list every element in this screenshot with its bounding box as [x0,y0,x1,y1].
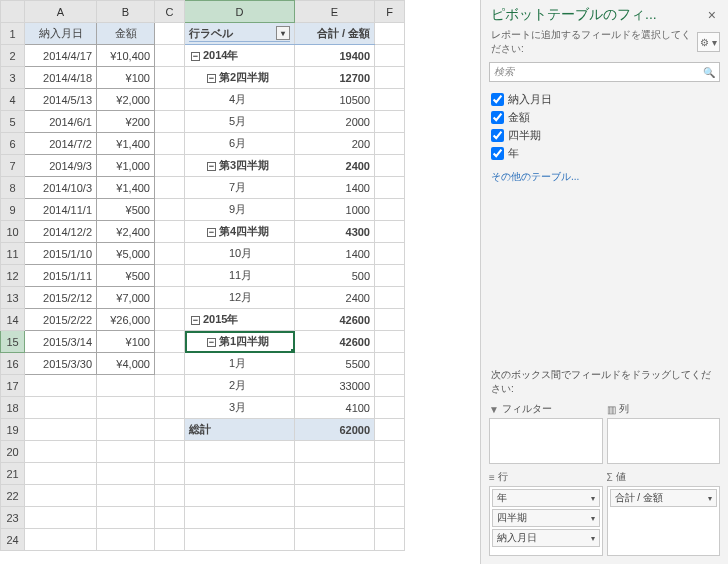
cell[interactable] [375,485,405,507]
row-header[interactable]: 8 [1,177,25,199]
pivot-cell[interactable]: 42600 [295,331,375,353]
cell[interactable]: 金額 [97,23,155,45]
cell[interactable] [155,243,185,265]
pivot-cell[interactable] [295,441,375,463]
field-item[interactable]: 納入月日 [491,90,718,108]
col-header-A[interactable]: A [25,1,97,23]
cell[interactable]: 2015/2/12 [25,287,97,309]
cell[interactable] [97,375,155,397]
cell[interactable]: ¥200 [97,111,155,133]
cell[interactable] [155,23,185,45]
field-checkbox[interactable] [491,111,504,124]
pivot-cell[interactable]: 1000 [295,199,375,221]
row-header[interactable]: 23 [1,507,25,529]
cell[interactable] [375,199,405,221]
cell[interactable]: 2014/4/18 [25,67,97,89]
collapse-icon[interactable]: − [207,228,216,237]
row-header[interactable]: 5 [1,111,25,133]
cell[interactable]: ¥2,000 [97,89,155,111]
col-header-C[interactable]: C [155,1,185,23]
area-field-item[interactable]: 納入月日▾ [492,529,600,547]
cell[interactable] [375,23,405,45]
pivot-cell[interactable]: −第4四半期 [185,221,295,243]
pivot-cell[interactable]: −第1四半期 [185,331,295,353]
cell[interactable] [155,221,185,243]
pivot-cell[interactable]: 4月 [185,89,295,111]
field-checkbox[interactable] [491,147,504,160]
pivot-cell[interactable]: 合計 / 金額 [295,23,375,45]
area-field-item[interactable]: 合計 / 金額▾ [610,489,718,507]
pivot-cell[interactable]: 10500 [295,89,375,111]
col-header-D[interactable]: D [185,1,295,23]
cell[interactable]: 2014/7/2 [25,133,97,155]
cell[interactable]: ¥26,000 [97,309,155,331]
close-icon[interactable]: × [704,7,720,23]
field-item[interactable]: 年 [491,144,718,162]
chevron-down-icon[interactable]: ▾ [708,494,712,503]
row-header[interactable]: 24 [1,529,25,551]
cell[interactable] [155,529,185,551]
cell[interactable] [25,375,97,397]
collapse-icon[interactable]: − [207,74,216,83]
pivot-cell[interactable]: 9月 [185,199,295,221]
cell[interactable]: 2015/2/22 [25,309,97,331]
row-header[interactable]: 16 [1,353,25,375]
cell[interactable]: ¥10,400 [97,45,155,67]
cell[interactable] [155,375,185,397]
pivot-cell[interactable]: 行ラベル▾ [185,23,295,45]
collapse-icon[interactable]: − [207,162,216,171]
pivot-cell[interactable]: 1400 [295,177,375,199]
row-header[interactable]: 12 [1,265,25,287]
col-header-B[interactable]: B [97,1,155,23]
cell[interactable] [97,529,155,551]
cell[interactable] [375,221,405,243]
pivot-cell[interactable]: 33000 [295,375,375,397]
cell[interactable] [375,529,405,551]
cell[interactable] [375,463,405,485]
pivot-cell[interactable]: 62000 [295,419,375,441]
cell[interactable] [375,67,405,89]
pivot-cell[interactable]: 3月 [185,397,295,419]
pivot-cell[interactable] [185,507,295,529]
cell[interactable] [97,397,155,419]
pivot-cell[interactable]: 4300 [295,221,375,243]
cell[interactable]: 2014/10/3 [25,177,97,199]
row-header[interactable]: 9 [1,199,25,221]
pivot-cell[interactable] [295,529,375,551]
cell[interactable] [375,89,405,111]
collapse-icon[interactable]: − [207,338,216,347]
cell[interactable] [155,265,185,287]
cell[interactable] [375,397,405,419]
columns-area[interactable]: ▥列 [607,400,721,464]
row-header[interactable]: 17 [1,375,25,397]
cell[interactable] [375,155,405,177]
cell[interactable] [97,419,155,441]
pivot-cell[interactable] [185,485,295,507]
cell[interactable] [375,265,405,287]
area-field-item[interactable]: 年▾ [492,489,600,507]
cell[interactable] [375,419,405,441]
col-header-E[interactable]: E [295,1,375,23]
row-header[interactable]: 7 [1,155,25,177]
field-checkbox[interactable] [491,93,504,106]
cell[interactable]: ¥500 [97,265,155,287]
row-header[interactable]: 13 [1,287,25,309]
cell[interactable] [97,485,155,507]
pivot-cell[interactable]: −第3四半期 [185,155,295,177]
cell[interactable] [155,507,185,529]
cell[interactable] [155,353,185,375]
cell[interactable]: ¥2,400 [97,221,155,243]
pivot-cell[interactable]: 2400 [295,155,375,177]
pivot-cell[interactable]: 2400 [295,287,375,309]
pivot-cell[interactable]: 1月 [185,353,295,375]
cell[interactable]: ¥1,400 [97,177,155,199]
field-search-input[interactable]: 検索 🔍 [489,62,720,82]
cell[interactable] [155,89,185,111]
row-header[interactable]: 22 [1,485,25,507]
pivot-cell[interactable] [185,463,295,485]
pivot-cell[interactable]: 2000 [295,111,375,133]
pivot-cell[interactable] [295,485,375,507]
cell[interactable] [155,67,185,89]
cell[interactable] [375,243,405,265]
cell[interactable]: 2014/4/17 [25,45,97,67]
